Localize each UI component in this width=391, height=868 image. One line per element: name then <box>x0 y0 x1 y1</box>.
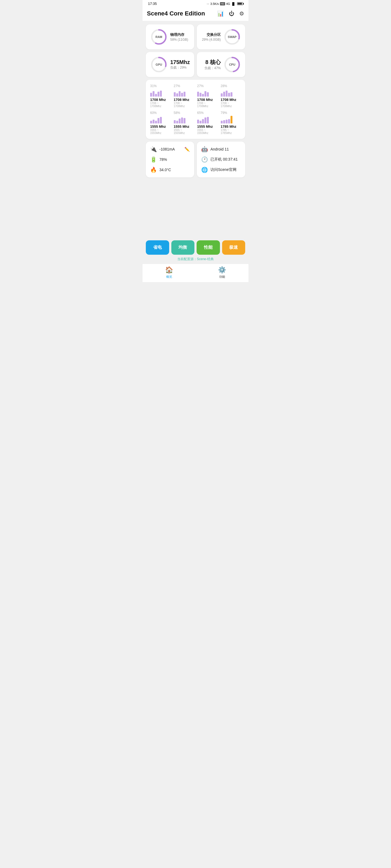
gpu-freq: 175Mhz <box>170 59 190 65</box>
core-1-percent: 27% <box>174 84 180 88</box>
content-spacer <box>146 180 245 235</box>
core-1-freq: 1708 Mhz <box>174 98 190 102</box>
battery-percent: 78% <box>159 157 167 162</box>
power-icon[interactable]: ⏻ <box>229 10 234 17</box>
nav-icon-概览: 🏠 <box>165 266 173 274</box>
gpu-cpu-row: GPU 175Mhz 负载：29% CPU 8 核心 负载：47% <box>146 52 245 77</box>
core-7-bar-4 <box>230 116 232 123</box>
system-card: 🤖 Android 11 🕐 已开机 00:37:41 🌐 访问Scene官网 <box>197 142 245 177</box>
core-3-bar-4 <box>230 92 232 97</box>
header-icons: 📊 ⏻ ⚙ <box>217 10 244 17</box>
config-text: 当前配置源：Scene-经典 <box>146 257 245 261</box>
core-7-bars <box>221 116 232 123</box>
core-4-bar-0 <box>150 121 152 123</box>
core-7-bar-0 <box>221 121 223 123</box>
core-4-range: 1555 ~ 1555Mhz <box>150 129 170 134</box>
core-2-percent: 27% <box>197 84 204 88</box>
core-3-bar-3 <box>228 93 230 97</box>
config-label: 当前配置源： <box>177 257 197 261</box>
temp-icon: 🔥 <box>150 166 157 173</box>
chart-icon[interactable]: 📊 <box>217 10 224 17</box>
core-0-bar-1 <box>152 91 155 97</box>
cpu-circle: CPU <box>223 56 241 73</box>
current-row: 🔌 -1081mA ✏️ <box>150 146 190 152</box>
power-btn-省电[interactable]: 省电 <box>146 240 169 255</box>
core-5-freq: 1555 Mhz <box>174 124 190 129</box>
hd-badge: HD <box>220 2 225 5</box>
core-3-bars <box>221 89 232 97</box>
power-section: 省电均衡性能极速 当前配置源：Scene-经典 <box>143 238 248 264</box>
core-0-freq: 1708 Mhz <box>150 98 166 102</box>
cores-grid: 31%1708 Mhz1708 ~ 1708Mhz27%1708 Mhz1708… <box>150 84 241 134</box>
core-1-bar-4 <box>184 92 186 97</box>
core-item-1: 27%1708 Mhz1708 ~ 1708Mhz <box>174 84 194 108</box>
edit-icon[interactable]: ✏️ <box>185 147 190 152</box>
bottom-nav: 🏠概览⚙️功能 <box>143 264 248 282</box>
core-3-percent: 28% <box>221 84 227 88</box>
gpu-card: GPU 175Mhz 负载：29% <box>146 52 194 77</box>
network-speed: 3.5K/s <box>211 2 219 5</box>
uptime-value: 已开机 00:37:41 <box>211 157 238 162</box>
app-header: Scene4 Core Edition 📊 ⏻ ⚙ <box>143 7 248 21</box>
uptime-row: 🕐 已开机 00:37:41 <box>201 156 241 163</box>
website-link[interactable]: 访问Scene官网 <box>211 167 236 172</box>
nav-item-功能[interactable]: ⚙️功能 <box>196 266 248 279</box>
ram-circle: RAM <box>150 28 168 45</box>
core-5-bar-1 <box>176 121 178 123</box>
website-row[interactable]: 🌐 访问Scene官网 <box>201 166 241 173</box>
core-5-percent: 58% <box>174 111 180 115</box>
core-0-bars <box>150 89 162 97</box>
core-6-bar-2 <box>202 119 204 123</box>
core-2-bar-3 <box>204 91 206 97</box>
android-row: 🤖 Android 11 <box>201 146 241 152</box>
core-item-2: 27%1708 Mhz1708 ~ 1708Mhz <box>197 84 218 108</box>
core-4-bar-4 <box>160 117 162 123</box>
power-btn-性能[interactable]: 性能 <box>197 240 220 255</box>
swap-value: 29% (4.0GB) <box>202 38 221 41</box>
core-1-bars <box>174 89 186 97</box>
status-right: ··· 3.5K/s HD 4G ▐▌ <box>206 2 243 5</box>
temp-value: 34.0°C <box>159 167 171 172</box>
power-btn-均衡[interactable]: 均衡 <box>171 240 195 255</box>
core-item-5: 58%1555 Mhz1555 ~ 1555Mhz <box>174 111 194 134</box>
core-item-3: 28%1708 Mhz1708 ~ 1708Mhz <box>221 84 241 108</box>
core-5-bar-4 <box>184 118 186 123</box>
core-2-bar-0 <box>197 92 199 97</box>
cpu-circle-label: CPU <box>229 63 235 66</box>
core-4-freq: 1555 Mhz <box>150 124 166 129</box>
core-6-bar-1 <box>200 121 201 123</box>
cpu-info: 8 核心 负载：47% <box>204 59 221 70</box>
ram-value: 58% (11GB) <box>170 38 188 41</box>
power-buttons: 省电均衡性能极速 <box>146 240 245 255</box>
memory-row: RAM 物理内存 58% (11GB) SWAP 交换分区 29% (4.0GB… <box>146 24 245 50</box>
core-2-bars <box>197 89 209 97</box>
core-1-bar-3 <box>181 93 183 97</box>
power-btn-极速[interactable]: 极速 <box>222 240 246 255</box>
core-6-bars <box>197 116 209 123</box>
nav-item-概览[interactable]: 🏠概览 <box>143 266 196 279</box>
core-1-bar-2 <box>179 91 180 97</box>
core-6-bar-0 <box>197 120 199 123</box>
core-3-freq: 1708 Mhz <box>221 98 236 102</box>
status-time: 17:35 <box>148 2 157 6</box>
gpu-circle: GPU <box>150 56 168 73</box>
core-0-bar-4 <box>160 91 162 97</box>
core-5-range: 1555 ~ 1555Mhz <box>174 129 194 134</box>
core-2-bar-1 <box>200 93 201 97</box>
core-0-bar-3 <box>158 92 159 97</box>
core-6-bar-3 <box>204 118 206 123</box>
signal-bars-icon: ▐▌ <box>231 2 235 5</box>
current-value: -1081mA <box>159 147 175 151</box>
core-2-range: 1708 ~ 1708Mhz <box>197 102 218 108</box>
gpu-info: 175Mhz 负载：29% <box>170 59 190 70</box>
cores-card: 31%1708 Mhz1708 ~ 1708Mhz27%1708 Mhz1708… <box>146 80 245 139</box>
core-3-bar-2 <box>226 91 227 97</box>
swap-title: 交换分区 <box>202 32 221 37</box>
core-2-bar-4 <box>207 92 209 97</box>
core-4-bar-1 <box>152 120 155 123</box>
android-icon: 🤖 <box>201 146 208 152</box>
gpu-load: 负载：29% <box>170 65 190 70</box>
core-3-bar-1 <box>223 92 225 97</box>
core-4-bars <box>150 116 162 123</box>
settings-icon[interactable]: ⚙ <box>239 10 244 17</box>
